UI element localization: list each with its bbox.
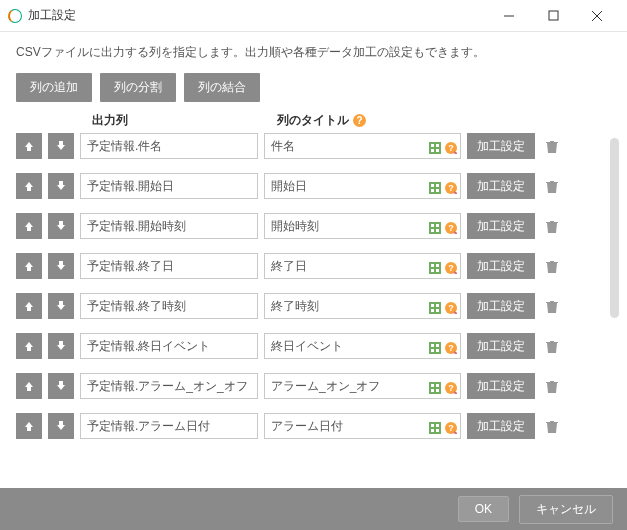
field-help-icon[interactable]: ? [445,340,457,352]
table-row: ?加工設定 [16,133,619,159]
delete-row-button[interactable] [541,255,563,277]
svg-rect-26 [431,264,434,267]
svg-rect-15 [436,189,439,192]
delete-row-button[interactable] [541,415,563,437]
delete-row-button[interactable] [541,375,563,397]
move-down-button[interactable] [48,133,74,159]
output-column-input[interactable] [80,253,258,279]
table-picker-icon[interactable] [429,380,441,392]
processing-settings-button[interactable]: 加工設定 [467,413,535,439]
svg-rect-32 [429,302,441,314]
svg-rect-1 [549,11,558,20]
svg-rect-41 [436,344,439,347]
add-column-button[interactable]: 列の追加 [16,73,92,102]
move-down-button[interactable] [48,333,74,359]
svg-rect-46 [429,382,441,394]
output-column-input[interactable] [80,173,258,199]
move-down-button[interactable] [48,253,74,279]
help-icon[interactable]: ? [353,114,366,127]
svg-rect-50 [436,389,439,392]
delete-row-button[interactable] [541,295,563,317]
move-down-button[interactable] [48,213,74,239]
app-logo-icon [8,9,22,23]
footer: OK キャンセル [0,488,627,530]
table-picker-icon[interactable] [429,220,441,232]
cancel-button[interactable]: キャンセル [519,495,613,524]
minimize-button[interactable] [487,1,531,31]
move-up-button[interactable] [16,293,42,319]
svg-rect-56 [431,429,434,432]
table-picker-icon[interactable] [429,140,441,152]
delete-row-button[interactable] [541,335,563,357]
window-title: 加工設定 [28,7,487,24]
move-down-button[interactable] [48,293,74,319]
field-help-icon[interactable]: ? [445,380,457,392]
column-headers: 出力列 列のタイトル ? [0,112,627,133]
svg-rect-49 [431,389,434,392]
delete-row-button[interactable] [541,135,563,157]
move-up-button[interactable] [16,333,42,359]
move-up-button[interactable] [16,133,42,159]
svg-rect-6 [436,144,439,147]
field-help-icon[interactable]: ? [445,220,457,232]
svg-rect-48 [436,384,439,387]
svg-rect-14 [431,189,434,192]
title-input-wrap: ? [264,213,461,239]
move-down-button[interactable] [48,413,74,439]
field-help-icon[interactable]: ? [445,140,457,152]
processing-settings-button[interactable]: 加工設定 [467,173,535,199]
scrollbar-thumb[interactable] [610,138,619,318]
output-column-input[interactable] [80,133,258,159]
table-picker-icon[interactable] [429,300,441,312]
output-column-input[interactable] [80,373,258,399]
header-output: 出力列 [92,112,277,129]
ok-button[interactable]: OK [458,496,509,522]
output-column-input[interactable] [80,213,258,239]
processing-settings-button[interactable]: 加工設定 [467,293,535,319]
svg-text:?: ? [448,143,454,153]
processing-settings-button[interactable]: 加工設定 [467,373,535,399]
svg-rect-55 [436,424,439,427]
title-input-wrap: ? [264,333,461,359]
processing-settings-button[interactable]: 加工設定 [467,213,535,239]
table-picker-icon[interactable] [429,420,441,432]
move-down-button[interactable] [48,173,74,199]
join-column-button[interactable]: 列の結合 [184,73,260,102]
split-column-button[interactable]: 列の分割 [100,73,176,102]
move-up-button[interactable] [16,173,42,199]
field-help-icon[interactable]: ? [445,260,457,272]
svg-text:?: ? [448,343,454,353]
svg-rect-13 [436,184,439,187]
close-button[interactable] [575,1,619,31]
output-column-input[interactable] [80,333,258,359]
svg-rect-4 [429,142,441,154]
header-title-label: 列のタイトル [277,112,349,129]
svg-text:?: ? [448,183,454,193]
move-up-button[interactable] [16,373,42,399]
svg-rect-54 [431,424,434,427]
table-picker-icon[interactable] [429,180,441,192]
processing-settings-button[interactable]: 加工設定 [467,133,535,159]
svg-rect-39 [429,342,441,354]
move-up-button[interactable] [16,253,42,279]
processing-settings-button[interactable]: 加工設定 [467,333,535,359]
table-row: ?加工設定 [16,333,619,359]
field-help-icon[interactable]: ? [445,420,457,432]
svg-rect-18 [429,222,441,234]
move-up-button[interactable] [16,213,42,239]
move-down-button[interactable] [48,373,74,399]
delete-row-button[interactable] [541,175,563,197]
output-column-input[interactable] [80,413,258,439]
delete-row-button[interactable] [541,215,563,237]
field-help-icon[interactable]: ? [445,180,457,192]
svg-text:?: ? [448,423,454,433]
svg-rect-8 [436,149,439,152]
maximize-button[interactable] [531,1,575,31]
processing-settings-button[interactable]: 加工設定 [467,253,535,279]
move-up-button[interactable] [16,413,42,439]
output-column-input[interactable] [80,293,258,319]
table-picker-icon[interactable] [429,260,441,272]
svg-rect-22 [436,229,439,232]
field-help-icon[interactable]: ? [445,300,457,312]
table-picker-icon[interactable] [429,340,441,352]
